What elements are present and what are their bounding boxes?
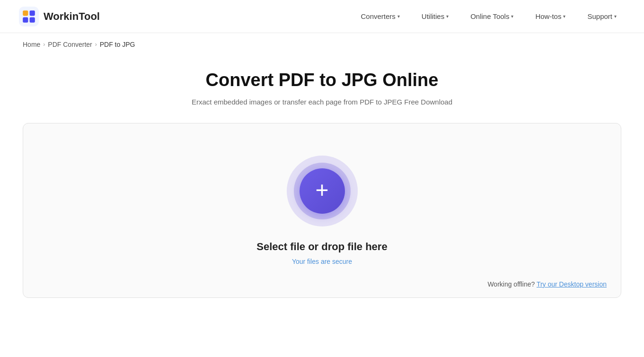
- header: WorkinTool Converters ▾ Utilities ▾ Onli…: [0, 0, 644, 33]
- svg-rect-1: [23, 10, 28, 16]
- add-icon: +: [315, 179, 328, 201]
- upload-secure-text: Your files are secure: [292, 258, 352, 265]
- chevron-down-icon: ▾: [563, 14, 565, 19]
- nav-online-tools[interactable]: Online Tools ▾: [462, 9, 522, 24]
- breadcrumb-home[interactable]: Home: [23, 41, 40, 48]
- chevron-down-icon: ▾: [614, 14, 617, 19]
- svg-rect-2: [30, 10, 35, 16]
- nav-how-tos[interactable]: How-tos ▾: [527, 9, 574, 24]
- nav-converters[interactable]: Converters ▾: [352, 9, 408, 24]
- upload-label: Select file or drop file here: [256, 241, 387, 253]
- svg-rect-3: [23, 17, 28, 22]
- upload-circle-outer: +: [287, 156, 358, 226]
- offline-note: Working offline? Try our Desktop version: [487, 280, 607, 288]
- chevron-down-icon: ▾: [397, 14, 400, 19]
- desktop-version-link[interactable]: Try our Desktop version: [537, 280, 607, 288]
- main-nav: Converters ▾ Utilities ▾ Online Tools ▾ …: [352, 9, 625, 24]
- breadcrumb-current: PDF to JPG: [100, 41, 135, 48]
- chevron-down-icon: ▾: [446, 14, 449, 19]
- nav-utilities[interactable]: Utilities ▾: [413, 9, 457, 24]
- breadcrumb-separator-2: ›: [95, 41, 97, 48]
- breadcrumb: Home › PDF Converter › PDF to JPG: [0, 33, 644, 56]
- offline-text: Working offline?: [487, 280, 535, 288]
- main-content: Convert PDF to JPG Online Erxact embedde…: [0, 56, 644, 317]
- upload-dropzone[interactable]: + Select file or drop file here Your fil…: [23, 123, 621, 298]
- logo-icon: [19, 7, 39, 26]
- nav-support[interactable]: Support ▾: [579, 9, 625, 24]
- breadcrumb-pdf-converter[interactable]: PDF Converter: [48, 41, 92, 48]
- upload-circle-inner: +: [300, 168, 345, 214]
- logo-text: WorkinTool: [44, 10, 100, 23]
- chevron-down-icon: ▾: [511, 14, 513, 19]
- svg-rect-4: [30, 17, 35, 22]
- page-title: Convert PDF to JPG Online: [23, 70, 621, 90]
- logo[interactable]: WorkinTool: [19, 7, 100, 26]
- breadcrumb-separator-1: ›: [43, 41, 45, 48]
- upload-circle-middle: +: [294, 163, 351, 219]
- page-subtitle: Erxact embedded images or transfer each …: [23, 98, 621, 106]
